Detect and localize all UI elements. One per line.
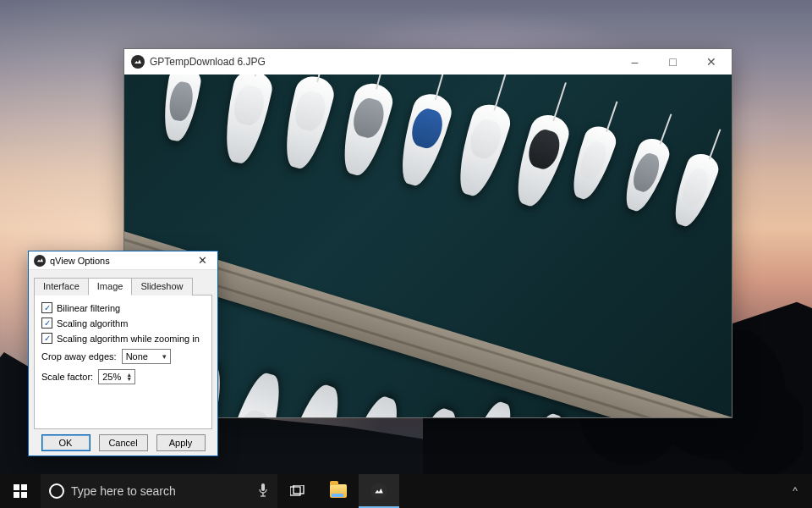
image-boat — [617, 135, 673, 216]
image-boat — [283, 380, 348, 417]
qview-taskbar-icon — [370, 483, 387, 500]
label-scaling-zoom: Scaling algorithm while zooming in — [57, 334, 200, 344]
image-boat — [277, 75, 337, 173]
tab-slideshow[interactable]: Slideshow — [131, 278, 192, 295]
image-boat — [392, 90, 456, 190]
combo-crop-edges[interactable]: None ▾ — [122, 349, 171, 364]
svg-rect-4 — [261, 483, 265, 491]
window-controls: – □ ✕ — [616, 49, 730, 75]
chevron-down-icon: ▾ — [162, 352, 167, 361]
svg-rect-3 — [21, 492, 27, 498]
taskbar: Type here to search ^ — [0, 474, 812, 508]
image-boat — [158, 75, 203, 143]
minimize-button[interactable]: – — [616, 49, 654, 75]
svg-rect-1 — [21, 484, 27, 490]
tab-image[interactable]: Image — [88, 278, 133, 295]
qview-taskbar-button[interactable] — [359, 474, 399, 508]
image-boat — [340, 392, 407, 417]
image-boat — [515, 409, 572, 417]
taskbar-search[interactable]: Type here to search — [41, 474, 277, 508]
apply-button[interactable]: Apply — [156, 434, 206, 451]
image-boat — [398, 403, 467, 417]
image-boat — [335, 80, 397, 179]
svg-rect-2 — [14, 492, 19, 498]
cortana-circle-icon — [49, 483, 64, 499]
combo-crop-value: None — [126, 351, 148, 362]
cancel-button[interactable]: Cancel — [99, 434, 148, 451]
dialog-button-row: OK Cancel Apply — [29, 429, 217, 451]
system-tray: ^ — [782, 485, 812, 497]
label-crop-edges: Crop away edges: — [41, 351, 117, 362]
tab-panel-image: ✓ Bilinear filtering ✓ Scaling algorithm… — [34, 295, 212, 429]
checkbox-bilinear[interactable]: ✓ — [41, 302, 52, 313]
microphone-icon[interactable] — [257, 483, 269, 500]
image-boat — [464, 398, 519, 417]
checkbox-scaling-zoom[interactable]: ✓ — [41, 333, 52, 344]
dialog-titlebar[interactable]: qView Options ✕ — [29, 251, 217, 270]
ok-button[interactable]: OK — [41, 434, 91, 451]
viewer-title: GPTempDownload 6.JPG — [150, 56, 266, 68]
file-explorer-button[interactable] — [318, 474, 359, 508]
svg-rect-0 — [14, 484, 19, 490]
qview-app-icon — [131, 55, 145, 69]
file-explorer-icon — [330, 484, 347, 498]
task-view-button[interactable] — [277, 474, 318, 508]
spinner-scale-factor[interactable]: 25% ▲▼ — [98, 369, 135, 384]
start-button[interactable] — [0, 474, 41, 508]
tray-overflow-button[interactable]: ^ — [782, 485, 809, 497]
image-boat — [450, 100, 514, 201]
image-boat — [225, 368, 289, 417]
image-boat — [565, 123, 620, 204]
close-button[interactable]: ✕ — [692, 49, 730, 75]
viewer-titlebar[interactable]: GPTempDownload 6.JPG – □ ✕ — [124, 49, 732, 75]
qview-app-icon — [34, 255, 46, 267]
label-bilinear: Bilinear filtering — [57, 303, 120, 313]
spinner-arrows-icon: ▲▼ — [126, 373, 132, 381]
image-boat — [508, 110, 573, 211]
label-scaling: Scaling algorithm — [57, 318, 128, 329]
taskbar-apps — [277, 474, 399, 508]
tab-interface[interactable]: Interface — [34, 278, 89, 295]
image-boat — [218, 75, 276, 167]
dialog-tabs: Interface Image Slideshow — [34, 277, 212, 295]
options-dialog: qView Options ✕ Interface Image Slidesho… — [28, 251, 218, 456]
dialog-close-button[interactable]: ✕ — [190, 254, 214, 267]
dialog-title: qView Options — [50, 256, 110, 266]
image-boat — [667, 150, 722, 231]
checkbox-scaling[interactable]: ✓ — [41, 318, 52, 329]
search-placeholder: Type here to search — [71, 484, 176, 498]
spinner-scale-value: 25% — [102, 372, 121, 382]
label-scale-factor: Scale factor: — [41, 372, 93, 382]
maximize-button[interactable]: □ — [654, 49, 692, 75]
